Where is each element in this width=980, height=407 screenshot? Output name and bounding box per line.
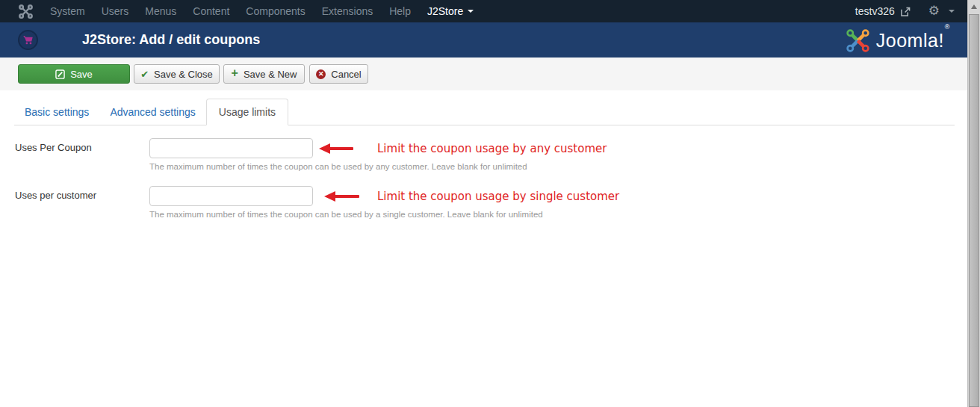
menu-menus[interactable]: Menus [137,0,184,22]
menu-j2store-label: J2Store [427,0,463,22]
content-panel: Basic settings Advanced settings Usage l… [0,90,967,407]
uses-per-customer-input[interactable] [149,186,313,206]
cart-icon [22,34,34,46]
page-title: J2Store: Add / edit coupons [82,22,260,58]
joomla-small-icon [19,4,33,19]
tab-usage-limits[interactable]: Usage limits [206,99,288,125]
save-close-button-label: Save & Close [154,69,213,80]
cancel-button-label: Cancel [331,69,361,80]
annotation-any-customer: Limit the coupon usage by any customer [377,142,607,155]
registered-mark: ® [945,23,950,31]
joomla-brand: Joomla!® [846,28,950,53]
j2store-badge [18,30,38,50]
save-button[interactable]: Save [18,64,130,84]
uses-per-coupon-help: The maximum number of times the coupon c… [149,162,527,171]
arrow-line [334,195,359,198]
menubar-right: testv326 ⚙ [855,0,955,22]
save-new-button-label: Save & New [244,69,297,80]
save-new-button[interactable]: + Save & New [223,64,305,84]
menu-content[interactable]: Content [184,0,238,22]
external-link-icon[interactable] [901,7,911,16]
admin-menubar: System Users Menus Content Components Ex… [0,0,980,22]
joomla-brand-text: Joomla!® [876,30,950,52]
menu-components[interactable]: Components [238,0,313,22]
component-header: J2Store: Add / edit coupons Joomla!® [0,22,980,58]
toolbar: Save ✔ Save & Close + Save & New ✕ Cance… [0,58,980,90]
tab-bar: Basic settings Advanced settings Usage l… [14,99,955,125]
admin-menu: System Users Menus Content Components Ex… [42,0,482,22]
joomla-logo-icon [846,28,870,53]
annotation-single-customer: Limit the coupon usage by single custome… [377,190,619,203]
save-close-button[interactable]: ✔ Save & Close [134,64,220,84]
plus-icon: + [232,67,238,79]
tab-basic-settings[interactable]: Basic settings [14,99,99,125]
gear-chevron-down-icon[interactable] [949,10,955,13]
uses-per-coupon-label: Uses Per Coupon [15,138,142,158]
uses-per-customer-help: The maximum number of times the coupon c… [149,210,543,219]
menu-help[interactable]: Help [381,0,419,22]
cancel-button[interactable]: ✕ Cancel [309,64,368,84]
tab-advanced-settings[interactable]: Advanced settings [99,99,205,125]
save-icon [55,69,65,79]
site-preview-link[interactable]: testv326 [855,5,895,17]
menu-j2store[interactable]: J2Store [419,0,482,22]
menu-users[interactable]: Users [93,0,137,22]
menu-extensions[interactable]: Extensions [314,0,381,22]
check-icon: ✔ [140,69,149,79]
vertical-scrollbar[interactable] [967,0,980,407]
scrollbar-thumb[interactable] [969,14,979,407]
menu-system[interactable]: System [42,0,93,22]
cancel-circle-icon: ✕ [316,69,326,79]
joomla-brand-name: Joomla! [876,30,944,51]
gear-icon[interactable]: ⚙ [928,0,940,22]
chevron-down-icon [468,10,474,13]
scroll-up-icon [971,4,977,9]
uses-per-customer-label: Uses per customer [15,186,142,205]
admin-screen: System Users Menus Content Components Ex… [0,0,980,407]
scrollbar-up-button[interactable] [968,0,980,13]
save-button-label: Save [70,69,93,80]
uses-per-coupon-input[interactable] [149,138,313,158]
arrow-line [329,147,353,150]
